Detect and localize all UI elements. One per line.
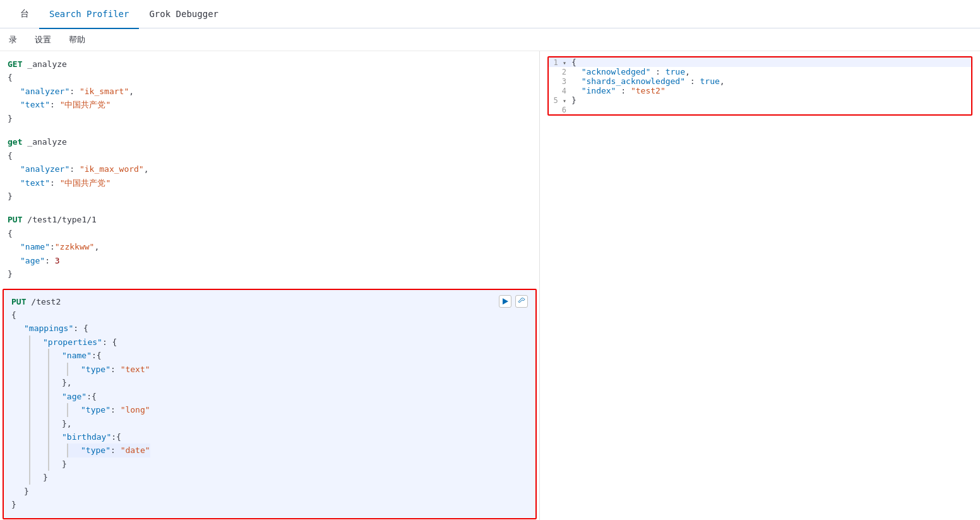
line-number-1: 1 ▾ (549, 57, 571, 67)
main-content: GET _analyze { "analyzer": "ik_smart", "… (0, 51, 980, 520)
line-number-4: 4 (549, 86, 571, 95)
menu-item-history[interactable]: 录 (5, 32, 21, 48)
response-box: 1 ▾ { 2 "acknowledged" : true, 3 "shards… (547, 56, 972, 116)
left-editor-panel[interactable]: GET _analyze { "analyzer": "ik_smart", "… (0, 51, 540, 520)
menu-bar: 录 设置 帮助 (0, 28, 980, 51)
line-content-2: "acknowledged" : true, (571, 67, 971, 76)
tab-home[interactable]: 台 (10, 1, 39, 29)
line-number-2: 2 (549, 67, 571, 76)
menu-item-help[interactable]: 帮助 (65, 32, 89, 48)
response-line-5: 5 ▾ } (549, 95, 971, 105)
menu-item-settings[interactable]: 设置 (31, 32, 55, 48)
line-content-3: "shards_acknowledged" : true, (571, 76, 971, 86)
autocomplete-button[interactable] (515, 295, 528, 308)
run-button[interactable] (499, 295, 511, 308)
response-line-4: 4 "index" : "test2" (549, 86, 971, 95)
line-content-4: "index" : "test2" (571, 86, 971, 95)
code-block-3[interactable]: PUT /test1/type1/1 { "name":"zzkkww", "a… (0, 208, 539, 286)
block-toolbar (499, 295, 528, 308)
line-number-6: 6 (549, 105, 571, 114)
line-number-5: 5 ▾ (549, 95, 571, 105)
more-options-button[interactable]: ⋮ (534, 295, 540, 313)
response-line-1: 1 ▾ { (549, 57, 971, 67)
line-content-1: { (571, 57, 971, 67)
line-number-3: 3 (549, 76, 571, 86)
right-panel: 1 ▾ { 2 "acknowledged" : true, 3 "shards… (540, 51, 980, 520)
code-block-4-selected[interactable]: ⋮ PUT /test2 { "mappings": { "properties… (3, 289, 537, 519)
line-content-6 (571, 105, 971, 114)
code-block-1[interactable]: GET _analyze { "analyzer": "ik_smart", "… (0, 51, 539, 130)
response-line-6: 6 (549, 105, 971, 114)
svg-marker-0 (503, 298, 508, 305)
response-line-3: 3 "shards_acknowledged" : true, (549, 76, 971, 86)
tab-search-profiler[interactable]: Search Profiler (39, 1, 139, 29)
line-content-5: } (571, 95, 971, 105)
response-line-2: 2 "acknowledged" : true, (549, 67, 971, 76)
code-block-2[interactable]: get _analyze { "analyzer": "ik_max_word"… (0, 130, 539, 208)
top-nav: 台 Search Profiler Grok Debugger (0, 0, 980, 28)
tab-grok-debugger[interactable]: Grok Debugger (139, 1, 229, 29)
